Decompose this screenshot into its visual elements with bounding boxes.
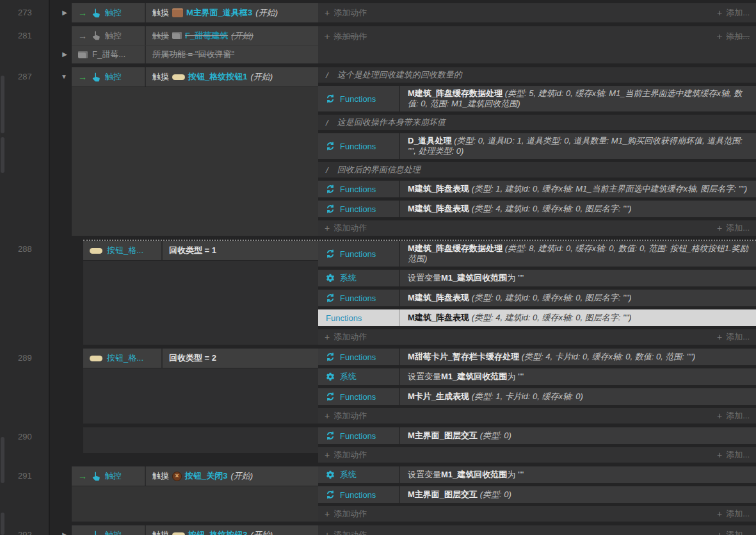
event-category-label: 触控 <box>105 71 122 83</box>
action-text: D_道具处理 (类型: 0, 道具ID: 1, 道具类型: 0, 道具数量: M… <box>400 133 756 159</box>
action-type-label: 系统 <box>340 272 357 284</box>
event-header[interactable]: 触控 触摸 按钮_格纹按钮1 (开始) <box>72 67 318 86</box>
comment-text: 这个是处理回收建筑的回收数量的 <box>337 69 462 81</box>
action-row-function[interactable]: Functions M主界面_图层交互 (类型: 0) <box>318 486 756 503</box>
action-row-function[interactable]: Functions M建筑_阵盘表现 (类型: 0, 建筑id: 0, 缓存x轴… <box>318 290 756 306</box>
touch-icon <box>92 31 101 40</box>
action-row-system[interactable]: 系统 设置变量M1_建筑回收范围为 "" <box>318 368 756 385</box>
event-header[interactable]: 触控 触摸 按钮_格纹按钮3 (开始) <box>72 525 318 535</box>
event-header[interactable]: 触控 触摸 F_甜莓建筑 (开始) <box>72 26 318 45</box>
add-action-button[interactable]: +添加动作 <box>325 7 367 19</box>
event-row-291: 291 触控 触摸 按钮_关闭3 (开始) <box>5 466 756 522</box>
condition-header[interactable]: 按钮_格... 回收类型 = 1 <box>83 241 318 260</box>
add-action-button[interactable]: +添加动作 <box>325 410 367 422</box>
row-number: 291 <box>5 466 49 522</box>
event-description: 触摸 M主界面_道具框3 (开始) <box>146 3 318 22</box>
event-target: 按钮_关闭3 <box>185 470 227 482</box>
plus-icon: + <box>717 450 722 459</box>
comment-marker: / <box>326 165 328 175</box>
add-action-row: +添加动作 +添加... <box>318 329 756 345</box>
add-more-button[interactable]: +添加... <box>717 449 750 461</box>
expand-arrow-icon[interactable] <box>62 532 67 535</box>
row-number: 288 <box>5 240 49 345</box>
action-type-label: Functions <box>340 204 376 214</box>
expand-arrow-icon[interactable] <box>62 51 67 63</box>
plus-icon: + <box>325 224 330 233</box>
event-target: 按钮_格纹按钮3 <box>188 529 247 535</box>
functions-sync-icon <box>326 142 335 151</box>
plus-icon: + <box>325 333 330 342</box>
gear-icon <box>326 372 335 381</box>
expand-arrow-icon[interactable] <box>62 10 67 22</box>
action-row-function[interactable]: Functions M建筑_阵盘表现 (类型: 4, 建筑id: 0, 缓存x轴… <box>318 201 756 217</box>
action-type-label: Functions <box>340 249 376 259</box>
add-more-button[interactable]: +添加... <box>717 222 750 234</box>
action-row-function[interactable]: Functions M建筑_阵盘缓存数据处理 (类型: 8, 建筑id: 0, … <box>318 241 756 267</box>
action-row-function[interactable]: Functions M建筑_阵盘表现 (类型: 1, 建筑id: 0, 缓存x轴… <box>318 181 756 197</box>
action-row-function[interactable]: Functions D_道具处理 (类型: 0, 道具ID: 1, 道具类型: … <box>318 133 756 159</box>
add-action-button[interactable]: +添加动作 <box>325 449 367 461</box>
add-action-row: +添加动作 +添加... <box>318 3 756 22</box>
condition-object-label: F_甜莓... <box>92 49 125 60</box>
event-body-panel <box>72 87 318 236</box>
action-row-comment[interactable]: / 这是回收操作本身带来崩坏值 <box>318 115 756 130</box>
action-text: 设置变量M1_建筑回收范围为 "" <box>400 270 756 286</box>
event-state: (开始) <box>231 30 253 42</box>
condition-text: 回收类型 = 1 <box>169 245 216 256</box>
touch-prefix: 触摸 <box>152 71 169 83</box>
add-action-button[interactable]: +添加动作 <box>325 222 367 234</box>
add-more-button[interactable]: +添加... <box>717 31 750 42</box>
action-text: 设置变量M1_建筑回收范围为 "" <box>400 467 756 482</box>
plus-icon: + <box>717 531 722 535</box>
functions-sync-icon <box>326 204 335 213</box>
left-scrollbar[interactable] <box>0 0 5 535</box>
action-row-function[interactable]: Functions M主界面_图层交互 (类型: 0) <box>318 427 756 444</box>
action-row-function[interactable]: Functions M建筑_阵盘缓存数据处理 (类型: 5, 建筑id: 0, … <box>318 86 756 111</box>
comment-text: 回收后的界面信息处理 <box>337 164 421 176</box>
scrollbar-thumb[interactable] <box>1 513 4 535</box>
action-type-label: Functions <box>340 142 376 151</box>
action-row-comment[interactable]: / 这个是处理回收建筑的回收数量的 <box>318 67 756 83</box>
event-description: 触摸 按钮_格纹按钮3 (开始) <box>146 525 318 535</box>
scrollbar-thumb[interactable] <box>1 137 4 173</box>
add-action-button[interactable]: +添加动作 <box>325 529 367 535</box>
action-row-function[interactable]: Functions M卡片_生成表现 (类型: 1, 卡片id: 0, 缓存x轴… <box>318 388 756 405</box>
action-row-system[interactable]: 系统 设置变量M1_建筑回收范围为 "" <box>318 466 756 483</box>
condition-header[interactable]: 按钮_格... 回收类型 = 2 <box>83 349 318 368</box>
action-row-function-selected[interactable]: Functions M建筑_阵盘表现 (类型: 4, 建筑id: 0, 缓存x轴… <box>318 309 756 326</box>
scrollbar-thumb[interactable] <box>1 437 4 483</box>
add-action-button[interactable]: +添加动作 <box>325 31 367 42</box>
add-action-button[interactable]: +添加动作 <box>325 331 367 343</box>
empty-condition-block[interactable] <box>83 427 318 453</box>
add-more-button[interactable]: +添加... <box>717 410 750 422</box>
start-arrow-icon <box>78 530 87 535</box>
plus-icon: + <box>325 450 330 459</box>
plus-icon: + <box>717 509 722 518</box>
collapse-arrow-icon[interactable] <box>61 74 67 236</box>
event-subcondition[interactable]: F_甜莓... 所属功能 = "回收弹窗" <box>72 45 318 63</box>
start-arrow-icon <box>78 72 87 82</box>
touch-prefix: 触摸 <box>152 30 169 42</box>
plus-icon: + <box>325 8 330 17</box>
row-number: 289 <box>5 349 49 424</box>
event-description: 触摸 按钮_关闭3 (开始) <box>146 466 318 486</box>
add-more-button[interactable]: +添加... <box>717 529 750 535</box>
event-header[interactable]: 触控 触摸 M主界面_道具框3 (开始) <box>72 3 318 22</box>
scrollbar-thumb[interactable] <box>1 76 4 133</box>
event-state: (开始) <box>255 7 278 19</box>
row-number: 273 <box>5 3 49 22</box>
action-row-function[interactable]: Functions M甜莓卡片_暂存栏卡缓存处理 (类型: 4, 卡片id: 0… <box>318 349 756 365</box>
add-more-button[interactable]: +添加... <box>717 7 750 19</box>
condition-text: 回收类型 = 2 <box>169 352 216 364</box>
action-type-label: Functions <box>340 431 376 441</box>
add-more-button[interactable]: +添加... <box>717 331 750 343</box>
condition-body-panel <box>83 368 318 424</box>
touch-prefix: 触摸 <box>152 7 169 19</box>
event-sheet: 273 触控 触摸 M主界面_道具框3 (开始) <box>5 0 756 535</box>
action-row-comment[interactable]: / 回收后的界面信息处理 <box>318 162 756 177</box>
event-header[interactable]: 触控 触摸 按钮_关闭3 (开始) <box>72 466 318 486</box>
event-category-label: 触控 <box>105 529 122 535</box>
action-row-system[interactable]: 系统 设置变量M1_建筑回收范围为 "" <box>318 270 756 286</box>
add-more-button[interactable]: +添加... <box>717 508 750 520</box>
add-action-button[interactable]: +添加动作 <box>325 508 367 520</box>
